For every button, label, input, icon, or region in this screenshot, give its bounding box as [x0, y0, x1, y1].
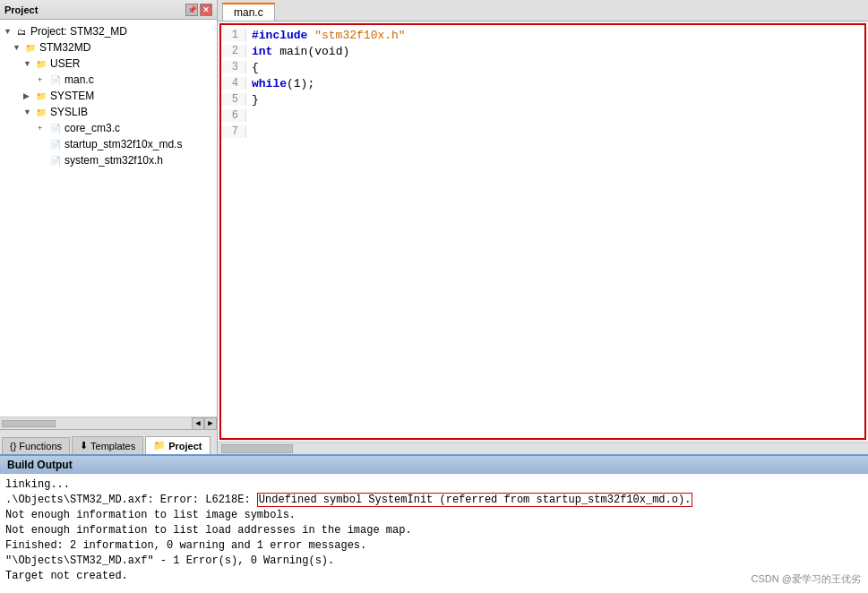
folder-icon: 📁 — [23, 40, 38, 55]
while-keyword: while — [252, 77, 287, 90]
system-h-icon: 📄 — [48, 153, 63, 168]
tab-functions-label: Functions — [19, 441, 62, 451]
project-scrollbar[interactable]: ◀ ▶ — [0, 417, 217, 429]
line-content-3: { — [252, 61, 864, 74]
line-num-1: 1 — [221, 29, 246, 41]
code-line-4: 4 while(1); — [221, 77, 864, 93]
line-content-4: while(1); — [252, 77, 864, 90]
build-output: Build Output linking... .\Objects\STM32_… — [0, 454, 868, 593]
code-line-1: 1 #include "stm32f10x.h" — [221, 29, 864, 45]
tree-user[interactable]: ▼ 📁 USER — [0, 56, 217, 72]
tab-templates[interactable]: ⬇ Templates — [72, 436, 143, 454]
project-tab-icon: 📁 — [153, 440, 166, 451]
expand-core-icon: + — [38, 124, 48, 133]
tab-project-label: Project — [168, 441, 202, 451]
editor-tab-man-c[interactable]: man.c — [222, 3, 275, 21]
scroll-left-btn[interactable]: ◀ — [192, 417, 204, 430]
tab-project[interactable]: 📁 Project — [145, 436, 210, 454]
core-c-icon: 📄 — [48, 121, 63, 135]
tree-stm32md-label: STM32MD — [39, 41, 90, 54]
tree-syslib[interactable]: ▼ 📁 SYSLIB — [0, 104, 217, 120]
project-icon: 🗂 — [14, 24, 29, 39]
startup-file-icon: 📄 — [48, 137, 63, 151]
int-keyword: int — [252, 45, 279, 58]
expand-system-icon: ▶ — [23, 91, 34, 100]
code-line-5: 5 } — [221, 93, 864, 109]
error-highlight: Undefined symbol SystemInit (referred fr… — [257, 493, 692, 507]
system-folder-icon: 📁 — [34, 89, 48, 103]
project-panel: Project 📌 ✕ ▼ 🗂 Project: STM32_MD ▼ 📁 ST… — [0, 0, 218, 454]
tree-root-label: Project: STM32_MD — [30, 25, 127, 38]
tree-startup-label: startup_stm32f10x_md.s — [64, 138, 182, 150]
open-brace: { — [252, 61, 259, 74]
line-content-7 — [252, 125, 864, 139]
tab-functions[interactable]: {} Functions — [2, 437, 70, 454]
tree-system[interactable]: ▶ 📁 SYSTEM — [0, 88, 217, 104]
scroll-right-btn[interactable]: ▶ — [204, 417, 217, 430]
build-line-4: Not enough information to list load addr… — [5, 523, 863, 538]
tree-startup[interactable]: 📄 startup_stm32f10x_md.s — [0, 136, 217, 152]
user-folder-icon: 📁 — [34, 56, 48, 71]
file-c-icon: 📄 — [48, 73, 63, 87]
tree-user-label: USER — [50, 57, 80, 70]
line-content-5: } — [252, 93, 864, 107]
code-editor[interactable]: 1 #include "stm32f10x.h" 2 int main(void… — [219, 23, 866, 440]
watermark: CSDN @爱学习的王优劣 — [752, 572, 861, 586]
line-content-6 — [252, 109, 864, 123]
line-content-2: int main(void) — [252, 45, 864, 58]
code-line-3: 3 { — [221, 61, 864, 77]
main-func: main(void) — [279, 45, 349, 58]
line-num-2: 2 — [221, 45, 246, 57]
tree-root[interactable]: ▼ 🗂 Project: STM32_MD — [0, 23, 217, 39]
panel-controls: 📌 ✕ — [185, 4, 212, 16]
editor-hscroll[interactable] — [218, 442, 868, 454]
syslib-folder-icon: 📁 — [34, 105, 48, 119]
build-line-2: .\Objects\STM32_MD.axf: Error: L6218E: U… — [5, 493, 863, 508]
code-line-6: 6 — [221, 109, 864, 125]
panel-close-button[interactable]: ✕ — [200, 4, 212, 16]
build-line-6: "\Objects\STM32_MD.axf" - 1 Error(s), 0 … — [5, 554, 863, 569]
line-num-4: 4 — [221, 77, 246, 90]
tab-templates-label: Templates — [90, 441, 135, 451]
build-output-title: Build Output — [7, 459, 73, 471]
tree-man-c[interactable]: + 📄 man.c — [0, 72, 217, 88]
scroll-arrows: ◀ ▶ — [192, 417, 217, 430]
line-num-5: 5 — [221, 93, 246, 106]
tree-core-cm3[interactable]: + 📄 core_cm3.c — [0, 120, 217, 136]
project-tree: ▼ 🗂 Project: STM32_MD ▼ 📁 STM32MD ▼ 📁 US… — [0, 20, 217, 417]
expand-stm32md-icon: ▼ — [13, 43, 23, 52]
editor-area: man.c 1 #include "stm32f10x.h" 2 int mai… — [218, 0, 868, 454]
panel-pin-button[interactable]: 📌 — [185, 4, 198, 16]
tree-system-h-label: system_stm32f10x.h — [64, 154, 163, 167]
expand-man-icon: + — [38, 75, 48, 84]
expand-user-icon: ▼ — [23, 59, 34, 68]
expand-syslib-icon: ▼ — [23, 107, 34, 116]
project-panel-header: Project 📌 ✕ — [0, 0, 217, 20]
code-line-2: 2 int main(void) — [221, 45, 864, 61]
code-editor-wrapper: 1 #include "stm32f10x.h" 2 int main(void… — [218, 21, 868, 442]
line-num-6: 6 — [221, 109, 246, 122]
line-num-7: 7 — [221, 125, 246, 138]
scroll-thumb[interactable] — [2, 420, 56, 427]
while-args: (1); — [287, 77, 314, 90]
build-output-header: Build Output — [0, 456, 868, 474]
include-keyword: #include — [252, 29, 314, 42]
editor-tab-label: man.c — [234, 6, 263, 19]
project-panel-title: Project — [4, 4, 38, 15]
build-line-1: linking... — [5, 477, 863, 493]
project-tabs-bar: {} Functions ⬇ Templates 📁 Project — [0, 429, 217, 454]
line-content-1: #include "stm32f10x.h" — [252, 29, 864, 42]
close-brace: } — [252, 93, 259, 107]
tree-core-label: core_cm3.c — [64, 122, 120, 134]
build-line-7: Target not created. — [5, 569, 863, 584]
functions-icon: {} — [10, 441, 16, 451]
tree-system-label: SYSTEM — [50, 90, 94, 102]
editor-scroll-thumb[interactable] — [221, 444, 293, 453]
build-line-5: Finished: 2 information, 0 warning and 1… — [5, 538, 863, 554]
include-string: "stm32f10x.h" — [314, 29, 405, 42]
editor-tabs: man.c — [218, 0, 868, 21]
tree-man-c-label: man.c — [64, 73, 94, 86]
line-num-3: 3 — [221, 61, 246, 73]
tree-stm32md[interactable]: ▼ 📁 STM32MD — [0, 39, 217, 56]
tree-system-h[interactable]: 📄 system_stm32f10x.h — [0, 152, 217, 168]
